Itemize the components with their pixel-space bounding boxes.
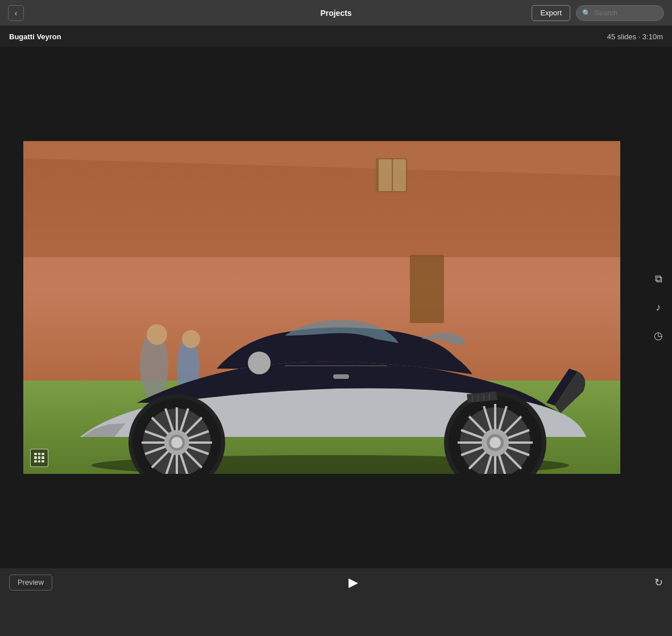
- repeat-button[interactable]: ↻: [654, 576, 663, 589]
- preview-button[interactable]: Preview: [9, 575, 52, 590]
- preview-area: ⧉ ♪ ◷: [0, 47, 672, 568]
- top-bar-right: Export 🔍: [532, 5, 664, 21]
- top-bar-left: ‹: [8, 5, 24, 21]
- layers-icon[interactable]: ⧉: [649, 270, 667, 288]
- main-image: [23, 141, 620, 474]
- svg-rect-1: [23, 141, 620, 255]
- play-button[interactable]: ▶: [349, 575, 358, 590]
- svg-point-7: [147, 324, 167, 345]
- svg-point-39: [490, 437, 501, 448]
- svg-rect-5: [410, 255, 444, 323]
- info-bar: Bugatti Veyron 45 slides · 3:10m: [0, 26, 672, 47]
- back-button[interactable]: ‹: [8, 5, 24, 21]
- app-title: Projects: [320, 9, 351, 18]
- top-bar: ‹ Projects Export 🔍: [0, 0, 672, 26]
- slide-count: 45 slides · 3:10m: [607, 32, 663, 41]
- search-icon: 🔍: [582, 9, 591, 17]
- car-scene: [23, 141, 620, 474]
- playback-bar: Preview ▶ ↻: [0, 568, 672, 596]
- main-area: ⧉ ♪ ◷: [0, 47, 672, 568]
- svg-rect-3: [379, 159, 392, 191]
- project-title: Bugatti Veyron: [9, 32, 61, 41]
- svg-rect-4: [393, 159, 406, 191]
- search-input[interactable]: [594, 9, 658, 17]
- export-button[interactable]: Export: [532, 5, 570, 21]
- music-icon[interactable]: ♪: [649, 298, 667, 316]
- spacer: [0, 596, 672, 636]
- car-svg: [23, 141, 620, 474]
- grid-toggle-icon[interactable]: [30, 449, 48, 467]
- right-sidebar: ⧉ ♪ ◷: [649, 270, 667, 345]
- svg-point-9: [182, 330, 200, 348]
- svg-point-45: [250, 354, 268, 372]
- svg-point-25: [171, 437, 182, 448]
- search-box[interactable]: 🔍: [576, 5, 664, 21]
- timer-icon[interactable]: ◷: [649, 327, 667, 345]
- svg-rect-11: [333, 374, 349, 379]
